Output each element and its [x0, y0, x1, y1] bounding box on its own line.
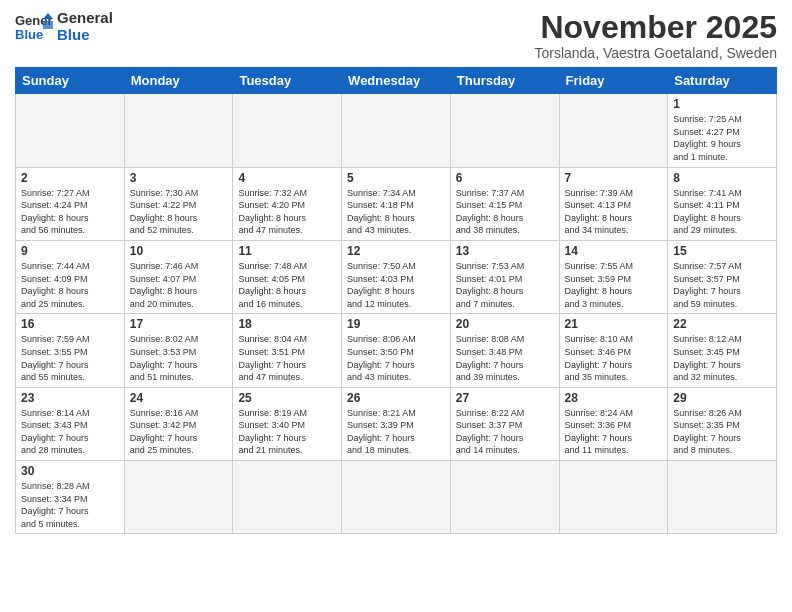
day-info: Sunrise: 8:19 AM Sunset: 3:40 PM Dayligh…	[238, 407, 336, 457]
calendar-cell	[559, 461, 668, 534]
day-info: Sunrise: 7:34 AM Sunset: 4:18 PM Dayligh…	[347, 187, 445, 237]
calendar-week-row: 30Sunrise: 8:28 AM Sunset: 3:34 PM Dayli…	[16, 461, 777, 534]
day-info: Sunrise: 8:16 AM Sunset: 3:42 PM Dayligh…	[130, 407, 228, 457]
calendar-cell: 29Sunrise: 8:26 AM Sunset: 3:35 PM Dayli…	[668, 387, 777, 460]
svg-marker-3	[43, 21, 53, 29]
header-monday: Monday	[124, 68, 233, 94]
day-info: Sunrise: 7:53 AM Sunset: 4:01 PM Dayligh…	[456, 260, 554, 310]
day-number: 17	[130, 317, 228, 331]
header-saturday: Saturday	[668, 68, 777, 94]
calendar-week-row: 2Sunrise: 7:27 AM Sunset: 4:24 PM Daylig…	[16, 167, 777, 240]
calendar-cell	[450, 94, 559, 167]
calendar-cell: 4Sunrise: 7:32 AM Sunset: 4:20 PM Daylig…	[233, 167, 342, 240]
calendar-cell: 22Sunrise: 8:12 AM Sunset: 3:45 PM Dayli…	[668, 314, 777, 387]
day-info: Sunrise: 7:55 AM Sunset: 3:59 PM Dayligh…	[565, 260, 663, 310]
day-info: Sunrise: 7:44 AM Sunset: 4:09 PM Dayligh…	[21, 260, 119, 310]
calendar-cell: 25Sunrise: 8:19 AM Sunset: 3:40 PM Dayli…	[233, 387, 342, 460]
calendar-cell: 13Sunrise: 7:53 AM Sunset: 4:01 PM Dayli…	[450, 240, 559, 313]
calendar-cell: 20Sunrise: 8:08 AM Sunset: 3:48 PM Dayli…	[450, 314, 559, 387]
calendar-cell: 23Sunrise: 8:14 AM Sunset: 3:43 PM Dayli…	[16, 387, 125, 460]
calendar-cell: 18Sunrise: 8:04 AM Sunset: 3:51 PM Dayli…	[233, 314, 342, 387]
day-number: 28	[565, 391, 663, 405]
day-info: Sunrise: 7:37 AM Sunset: 4:15 PM Dayligh…	[456, 187, 554, 237]
day-number: 24	[130, 391, 228, 405]
day-info: Sunrise: 7:27 AM Sunset: 4:24 PM Dayligh…	[21, 187, 119, 237]
day-info: Sunrise: 8:21 AM Sunset: 3:39 PM Dayligh…	[347, 407, 445, 457]
day-number: 30	[21, 464, 119, 478]
day-info: Sunrise: 7:32 AM Sunset: 4:20 PM Dayligh…	[238, 187, 336, 237]
logo: General Blue General Blue	[15, 10, 113, 43]
day-number: 25	[238, 391, 336, 405]
day-info: Sunrise: 8:02 AM Sunset: 3:53 PM Dayligh…	[130, 333, 228, 383]
day-info: Sunrise: 8:04 AM Sunset: 3:51 PM Dayligh…	[238, 333, 336, 383]
header-friday: Friday	[559, 68, 668, 94]
day-number: 1	[673, 97, 771, 111]
calendar-cell: 3Sunrise: 7:30 AM Sunset: 4:22 PM Daylig…	[124, 167, 233, 240]
calendar-cell: 14Sunrise: 7:55 AM Sunset: 3:59 PM Dayli…	[559, 240, 668, 313]
calendar-cell	[124, 461, 233, 534]
calendar-table: Sunday Monday Tuesday Wednesday Thursday…	[15, 67, 777, 534]
day-number: 5	[347, 171, 445, 185]
calendar-cell: 12Sunrise: 7:50 AM Sunset: 4:03 PM Dayli…	[342, 240, 451, 313]
header-tuesday: Tuesday	[233, 68, 342, 94]
day-number: 8	[673, 171, 771, 185]
day-info: Sunrise: 8:24 AM Sunset: 3:36 PM Dayligh…	[565, 407, 663, 457]
day-info: Sunrise: 7:39 AM Sunset: 4:13 PM Dayligh…	[565, 187, 663, 237]
day-number: 23	[21, 391, 119, 405]
calendar-cell: 27Sunrise: 8:22 AM Sunset: 3:37 PM Dayli…	[450, 387, 559, 460]
day-number: 15	[673, 244, 771, 258]
day-number: 9	[21, 244, 119, 258]
calendar-cell: 7Sunrise: 7:39 AM Sunset: 4:13 PM Daylig…	[559, 167, 668, 240]
day-number: 21	[565, 317, 663, 331]
calendar-cell	[668, 461, 777, 534]
calendar-cell: 2Sunrise: 7:27 AM Sunset: 4:24 PM Daylig…	[16, 167, 125, 240]
logo-general: General	[57, 10, 113, 27]
title-block: November 2025 Torslanda, Vaestra Goetala…	[534, 10, 777, 61]
calendar-cell: 9Sunrise: 7:44 AM Sunset: 4:09 PM Daylig…	[16, 240, 125, 313]
day-info: Sunrise: 8:06 AM Sunset: 3:50 PM Dayligh…	[347, 333, 445, 383]
header-sunday: Sunday	[16, 68, 125, 94]
header-thursday: Thursday	[450, 68, 559, 94]
header-wednesday: Wednesday	[342, 68, 451, 94]
day-number: 3	[130, 171, 228, 185]
svg-text:Blue: Blue	[15, 27, 43, 42]
calendar-cell: 26Sunrise: 8:21 AM Sunset: 3:39 PM Dayli…	[342, 387, 451, 460]
weekday-header-row: Sunday Monday Tuesday Wednesday Thursday…	[16, 68, 777, 94]
day-number: 13	[456, 244, 554, 258]
day-info: Sunrise: 7:30 AM Sunset: 4:22 PM Dayligh…	[130, 187, 228, 237]
calendar-cell: 24Sunrise: 8:16 AM Sunset: 3:42 PM Dayli…	[124, 387, 233, 460]
calendar-cell: 10Sunrise: 7:46 AM Sunset: 4:07 PM Dayli…	[124, 240, 233, 313]
calendar-week-row: 1Sunrise: 7:25 AM Sunset: 4:27 PM Daylig…	[16, 94, 777, 167]
day-number: 12	[347, 244, 445, 258]
calendar-cell	[124, 94, 233, 167]
page: General Blue General Blue November 2025 …	[0, 0, 792, 544]
day-info: Sunrise: 7:48 AM Sunset: 4:05 PM Dayligh…	[238, 260, 336, 310]
calendar-week-row: 16Sunrise: 7:59 AM Sunset: 3:55 PM Dayli…	[16, 314, 777, 387]
generalblue-logo-icon: General Blue	[15, 11, 53, 43]
location-subtitle: Torslanda, Vaestra Goetaland, Sweden	[534, 45, 777, 61]
day-info: Sunrise: 8:22 AM Sunset: 3:37 PM Dayligh…	[456, 407, 554, 457]
calendar-cell: 6Sunrise: 7:37 AM Sunset: 4:15 PM Daylig…	[450, 167, 559, 240]
calendar-cell	[233, 461, 342, 534]
day-info: Sunrise: 8:14 AM Sunset: 3:43 PM Dayligh…	[21, 407, 119, 457]
calendar-cell: 30Sunrise: 8:28 AM Sunset: 3:34 PM Dayli…	[16, 461, 125, 534]
day-number: 10	[130, 244, 228, 258]
header: General Blue General Blue November 2025 …	[15, 10, 777, 61]
day-number: 11	[238, 244, 336, 258]
day-number: 29	[673, 391, 771, 405]
calendar-cell: 8Sunrise: 7:41 AM Sunset: 4:11 PM Daylig…	[668, 167, 777, 240]
calendar-cell: 21Sunrise: 8:10 AM Sunset: 3:46 PM Dayli…	[559, 314, 668, 387]
day-number: 4	[238, 171, 336, 185]
month-title: November 2025	[534, 10, 777, 45]
day-info: Sunrise: 7:59 AM Sunset: 3:55 PM Dayligh…	[21, 333, 119, 383]
calendar-cell: 11Sunrise: 7:48 AM Sunset: 4:05 PM Dayli…	[233, 240, 342, 313]
calendar-cell: 5Sunrise: 7:34 AM Sunset: 4:18 PM Daylig…	[342, 167, 451, 240]
calendar-cell	[559, 94, 668, 167]
calendar-cell	[16, 94, 125, 167]
calendar-cell	[342, 94, 451, 167]
day-info: Sunrise: 7:41 AM Sunset: 4:11 PM Dayligh…	[673, 187, 771, 237]
day-number: 27	[456, 391, 554, 405]
calendar-cell	[233, 94, 342, 167]
day-number: 20	[456, 317, 554, 331]
day-info: Sunrise: 8:12 AM Sunset: 3:45 PM Dayligh…	[673, 333, 771, 383]
